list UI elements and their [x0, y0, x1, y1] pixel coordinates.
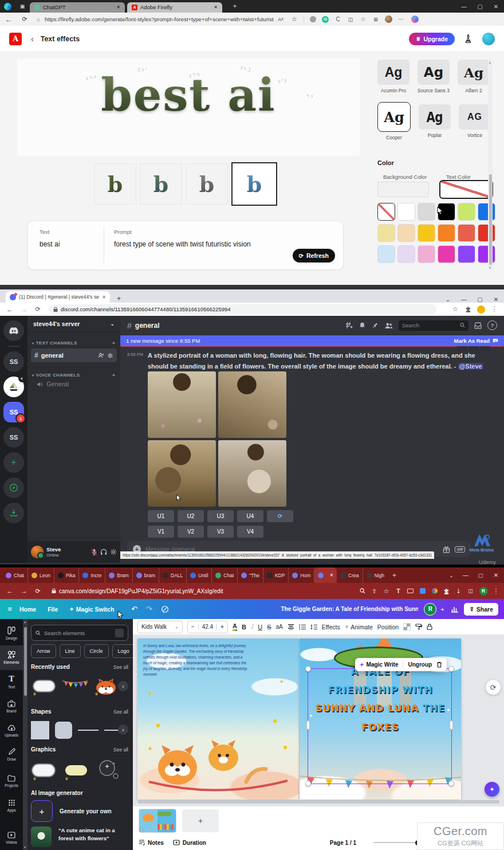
panel-scrollbar[interactable]: ▲ ▼: [23, 619, 27, 850]
font-tile-vortice[interactable]: AGVortice: [459, 104, 491, 138]
omnibox[interactable]: discord.com/channels/1135916606044774480…: [48, 304, 436, 314]
letter-variant-4-selected[interactable]: b: [231, 162, 277, 206]
chip-logo[interactable]: Logo: [112, 644, 135, 658]
alignment-button[interactable]: [288, 624, 294, 630]
copilot-icon[interactable]: [407, 15, 422, 23]
zoom-slider[interactable]: [373, 842, 418, 843]
pinned-messages-icon[interactable]: [372, 322, 379, 329]
maximize-button[interactable]: ▢: [472, 3, 488, 10]
tab-discord[interactable]: (1) Discord | #general | steve44's serve…: [6, 291, 110, 303]
swatch-blue[interactable]: [478, 203, 495, 221]
browser-tab[interactable]: Until: [187, 567, 212, 583]
page-left[interactable]: in Sunny and Luna, two whimsical foxes, …: [137, 639, 299, 800]
explore-servers-button[interactable]: [3, 477, 24, 498]
button-v1[interactable]: V1: [148, 526, 174, 538]
browser-tab[interactable]: Nigh: [363, 567, 388, 583]
browser-tab[interactable]: Hom: [289, 567, 314, 583]
tab-search-icon[interactable]: ⌄: [440, 296, 456, 303]
browser-tab[interactable]: bram: [133, 567, 159, 583]
tab-close-icon[interactable]: ✕: [102, 295, 106, 300]
chip-line[interactable]: Line: [60, 644, 81, 658]
notifications-bell-icon[interactable]: [359, 322, 366, 329]
forward-icon[interactable]: →: [17, 587, 31, 595]
search-box[interactable]: Search: [399, 320, 468, 331]
letter-variant-1[interactable]: b: [94, 163, 136, 205]
extension-t-icon[interactable]: T: [392, 588, 404, 594]
selection-box[interactable]: [308, 668, 452, 784]
see-all-link[interactable]: See all: [113, 747, 128, 753]
button-v4[interactable]: V4: [237, 526, 263, 538]
swatch-light-gray[interactable]: [418, 203, 435, 221]
bubble-graphic[interactable]: [95, 758, 121, 782]
browser-tab-active-canva[interactable]: ✕: [314, 567, 337, 583]
favorite-star-icon[interactable]: ☆: [288, 15, 301, 23]
swatch-none[interactable]: [377, 203, 395, 221]
tab-close-icon[interactable]: ✕: [116, 5, 120, 10]
swatch-pink[interactable]: [418, 245, 435, 263]
size-minus[interactable]: −: [188, 624, 199, 630]
headphones-icon[interactable]: [100, 549, 107, 555]
text-color-well-selected[interactable]: [439, 180, 493, 199]
close-button[interactable]: ✕: [488, 572, 504, 578]
new-messages-banner[interactable]: 1 new message since 8:55 PM Mark As Read: [120, 335, 504, 346]
tab-close-icon[interactable]: ✕: [329, 573, 333, 578]
channel-general[interactable]: # general: [31, 348, 117, 362]
effects-button[interactable]: Effects: [322, 624, 340, 630]
new-tab-button[interactable]: +: [392, 571, 396, 579]
swatch-black[interactable]: [438, 203, 455, 221]
font-select[interactable]: Kids Walk ⌄: [137, 621, 183, 633]
rail-videos[interactable]: Videos: [0, 826, 23, 850]
back-icon[interactable]: ←: [0, 15, 17, 23]
design-title[interactable]: The Giggle Garden: A Tale of Friendship …: [281, 606, 418, 612]
edge-logo-icon[interactable]: [0, 3, 15, 10]
page-thumbnail-1[interactable]: 1: [139, 809, 176, 833]
refresh-icon[interactable]: ⟳: [17, 15, 32, 23]
font-tile-poplar[interactable]: AgPoplar: [419, 104, 451, 138]
gift-icon[interactable]: [443, 546, 450, 553]
font-tile-alfarn[interactable]: AgAlfarn 2: [458, 60, 490, 93]
server-ss-1[interactable]: SS: [3, 351, 24, 372]
swatch-lime[interactable]: [458, 203, 475, 221]
duration-button[interactable]: Duration: [173, 840, 206, 846]
list-button[interactable]: [299, 624, 306, 630]
magic-switch-menu[interactable]: ✦Magic Switch: [69, 606, 114, 613]
yellow-blob-graphic[interactable]: ♛: [63, 758, 89, 782]
notes-button[interactable]: Notes: [139, 840, 164, 846]
refresh-icon[interactable]: ⟳: [31, 305, 45, 313]
bookmark-star-icon[interactable]: ☆: [449, 305, 462, 313]
profile-avatar[interactable]: R: [477, 587, 490, 596]
swatch-red-orange[interactable]: [458, 224, 475, 242]
close-button[interactable]: ✕: [488, 296, 504, 303]
profile-avatar[interactable]: [382, 15, 395, 23]
rail-draw[interactable]: Draw: [0, 743, 23, 767]
rail-text[interactable]: TText: [0, 670, 23, 694]
bunting-element[interactable]: [62, 675, 88, 698]
swatch-pale-yellow[interactable]: [377, 224, 395, 242]
tab-search-icon[interactable]: ⌄: [444, 573, 458, 578]
font-size-stepper[interactable]: − 42.4 +: [187, 621, 228, 633]
rounded-square-shape[interactable]: [55, 722, 72, 739]
rail-design[interactable]: Design: [0, 621, 23, 645]
button-u4[interactable]: U4: [237, 510, 263, 522]
browser-tab[interactable]: Chat: [212, 567, 238, 583]
swatch-magenta[interactable]: [438, 245, 455, 263]
animate-button[interactable]: ✧Animate: [345, 624, 373, 630]
redo-icon[interactable]: ↷: [141, 605, 156, 613]
favorites-bar-icon[interactable]: ☆: [357, 16, 369, 22]
collaborator-avatar[interactable]: R: [424, 603, 436, 616]
styled-text[interactable]: best ai: [101, 69, 275, 121]
refresh-button[interactable]: ⟳ Refresh: [293, 249, 336, 263]
forward-icon[interactable]: →: [17, 305, 31, 314]
close-button[interactable]: ✕: [488, 3, 504, 10]
upgrade-button[interactable]: ♛ Upgrade: [409, 33, 455, 45]
rail-apps[interactable]: Apps: [0, 793, 23, 817]
button-v3[interactable]: V3: [207, 526, 234, 538]
server-header[interactable]: steve44's server ⌄: [27, 316, 120, 332]
beaker-icon[interactable]: [458, 34, 478, 43]
rail-projects[interactable]: Projects: [0, 769, 23, 793]
bookmark-star-icon[interactable]: ☆: [380, 587, 392, 595]
home-menu[interactable]: Home: [19, 606, 36, 613]
swatch-orange[interactable]: [438, 224, 455, 242]
generated-image-1[interactable]: [148, 371, 216, 438]
split-view-icon[interactable]: ◫: [464, 588, 477, 594]
